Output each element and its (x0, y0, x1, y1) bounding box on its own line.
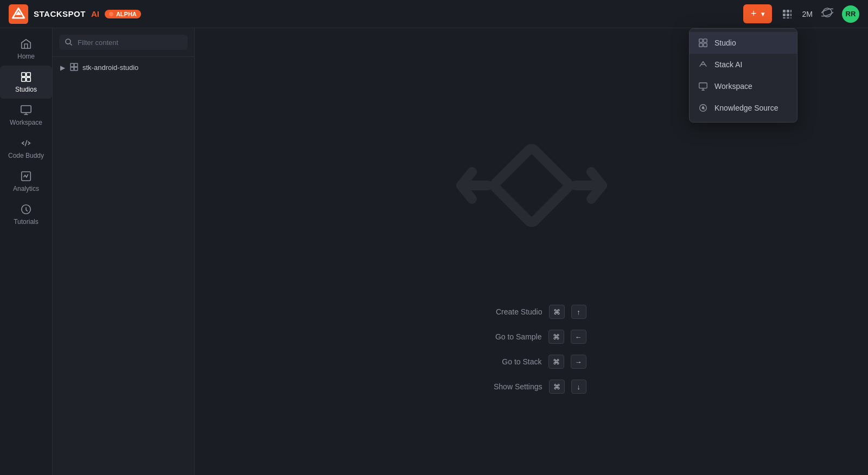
create-button[interactable]: + ▾ (743, 4, 772, 23)
shortcut-create-studio-key1: ⌘ (549, 305, 565, 319)
svg-rect-30 (704, 43, 707, 47)
topnav-right: + ▾ 2M RR (743, 4, 859, 23)
knowledge-source-menu-icon (698, 103, 708, 113)
shortcuts-panel: Create Studio ⌘ ↑ Go to Sample ⌘ ← Go to… (477, 305, 586, 394)
svg-point-33 (702, 107, 704, 109)
sidebar-item-code-buddy[interactable]: Code Buddy (0, 132, 52, 165)
studio-menu-icon (698, 38, 708, 48)
code-buddy-icon (20, 137, 32, 149)
shortcut-go-to-sample-key1: ⌘ (548, 330, 564, 344)
stack-ai-menu-icon (698, 60, 708, 69)
tutorials-icon (20, 203, 32, 215)
dropdown-item-knowledge-source[interactable]: Knowledge Source (690, 97, 797, 119)
logo-icon (9, 4, 28, 24)
svg-rect-14 (22, 73, 25, 76)
svg-rect-18 (21, 106, 31, 113)
sidebar-item-studios[interactable]: Studios (0, 66, 52, 99)
svg-rect-7 (787, 14, 789, 16)
studio-file-icon (69, 62, 78, 71)
svg-rect-29 (699, 43, 703, 47)
svg-rect-28 (704, 39, 707, 42)
dropdown-menu: Studio Stack AI Workspace Knowledge Sour… (689, 28, 797, 123)
top-nav: STACKSPOT AI ALPHA + ▾ 2M (0, 0, 868, 28)
tree-item-label: stk-android-studio (82, 63, 138, 72)
shortcut-go-to-stack-key2: → (571, 355, 586, 369)
svg-rect-24 (71, 67, 74, 70)
search-icon (65, 38, 73, 47)
svg-rect-31 (699, 83, 707, 88)
grid-button[interactable] (778, 5, 796, 23)
svg-rect-11 (790, 17, 792, 18)
chevron-right-icon: ▶ (60, 64, 65, 72)
alpha-dot (109, 12, 113, 16)
shortcut-show-settings-key1: ⌘ (549, 380, 565, 394)
main-background-logo (456, 110, 608, 261)
shortcut-create-studio: Create Studio ⌘ ↑ (477, 305, 586, 319)
grid-icon (782, 9, 793, 20)
dropdown-knowledge-source-label: Knowledge Source (714, 104, 778, 112)
file-icon (69, 62, 78, 73)
chevron-down-icon: ▾ (761, 10, 764, 18)
sidebar: Home Studios Workspace Code Buddy Analyt… (0, 28, 53, 475)
shortcut-show-settings-key2: ↓ (571, 380, 586, 394)
sidebar-item-home[interactable]: Home (0, 33, 52, 66)
planet-icon (821, 7, 833, 18)
dropdown-studio-label: Studio (714, 38, 736, 47)
sidebar-item-tutorials[interactable]: Tutorials (0, 198, 52, 231)
svg-rect-4 (787, 10, 789, 12)
dropdown-item-workspace[interactable]: Workspace (690, 75, 797, 97)
sidebar-item-workspace[interactable]: Workspace (0, 99, 52, 132)
svg-rect-27 (699, 39, 703, 42)
workspace-menu-icon (698, 81, 708, 91)
shortcut-go-to-stack: Go to Stack ⌘ → (477, 355, 586, 369)
content-panel: ▶ stk-android-studio (53, 28, 195, 475)
svg-rect-15 (27, 73, 30, 76)
logo-area: STACKSPOT AI ALPHA (9, 4, 141, 24)
shortcut-show-settings: Show Settings ⌘ ↓ (477, 380, 586, 394)
planet-button[interactable] (819, 4, 835, 23)
dropdown-item-studio[interactable]: Studio (690, 32, 797, 54)
dropdown-workspace-label: Workspace (714, 82, 752, 91)
analytics-icon (20, 170, 32, 182)
dropdown-item-stack-ai[interactable]: Stack AI (690, 54, 797, 75)
shortcut-go-to-stack-label: Go to Stack (477, 357, 542, 366)
ai-label: AI (91, 9, 99, 18)
svg-rect-6 (783, 14, 786, 16)
shortcut-go-to-sample-label: Go to Sample (477, 332, 542, 341)
tree-item-stk-android-studio[interactable]: ▶ stk-android-studio (53, 57, 194, 78)
avatar[interactable]: RR (842, 5, 859, 23)
filter-bar (53, 28, 194, 57)
plus-icon: + (751, 8, 757, 20)
app-name: STACKSPOT (34, 9, 86, 18)
shortcut-go-to-sample: Go to Sample ⌘ ← (477, 330, 586, 344)
nav-counter: 2M (802, 10, 813, 18)
alpha-badge: ALPHA (105, 10, 141, 18)
studios-icon (20, 71, 32, 83)
sidebar-item-analytics[interactable]: Analytics (0, 165, 52, 198)
home-icon (20, 38, 32, 50)
svg-rect-10 (787, 17, 789, 18)
svg-rect-23 (74, 63, 78, 67)
shortcut-show-settings-label: Show Settings (477, 382, 542, 391)
dropdown-stack-ai-label: Stack AI (714, 60, 742, 69)
workspace-icon (20, 104, 32, 116)
shortcut-go-to-sample-key2: ← (571, 330, 586, 344)
shortcut-go-to-stack-key1: ⌘ (548, 355, 564, 369)
svg-rect-22 (71, 63, 74, 67)
svg-rect-9 (783, 17, 786, 18)
svg-rect-17 (27, 78, 30, 81)
svg-rect-3 (783, 10, 786, 12)
svg-rect-5 (790, 10, 792, 12)
svg-rect-16 (22, 78, 25, 81)
svg-point-21 (66, 39, 71, 44)
svg-rect-25 (74, 67, 78, 70)
svg-rect-26 (493, 147, 570, 223)
svg-rect-8 (790, 14, 792, 16)
shortcut-create-studio-label: Create Studio (477, 307, 542, 316)
filter-input[interactable] (78, 38, 182, 47)
filter-input-wrap (59, 35, 188, 50)
shortcut-create-studio-key2: ↑ (571, 305, 586, 319)
